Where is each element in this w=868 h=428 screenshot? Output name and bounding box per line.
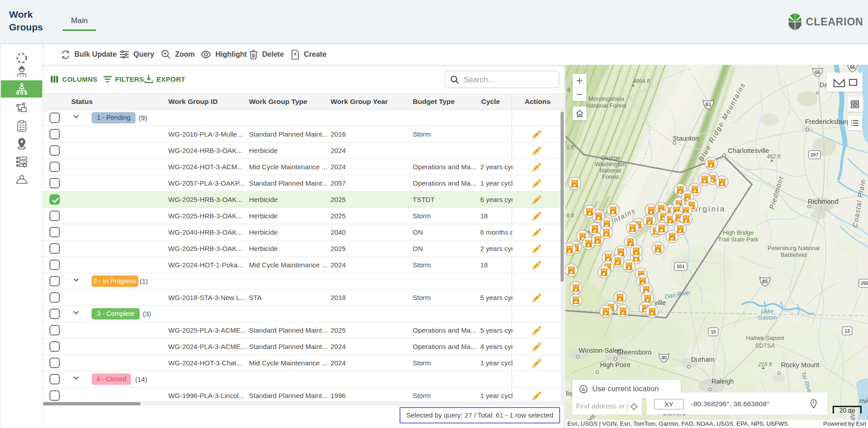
svg-text:National Forest: National Forest (586, 102, 627, 109)
svg-text:nville: nville (859, 397, 868, 404)
svg-text:A: A (582, 387, 585, 392)
svg-text:Fredericksburg: Fredericksburg (805, 118, 850, 125)
svg-text:Raleigh: Raleigh (712, 378, 734, 385)
svg-text:6 ft: 6 ft (566, 212, 574, 219)
svg-text:85: 85 (762, 279, 768, 284)
svg-text:High Bridge: High Bridge (723, 229, 754, 236)
svg-text:a: a (567, 85, 571, 93)
svg-text:Lake: Lake (761, 308, 774, 315)
svg-text:Monongahela: Monongahela (589, 95, 625, 102)
svg-text:462 ft: 462 ft (767, 153, 781, 160)
svg-text:Trail State Park: Trail State Park (718, 236, 759, 243)
svg-text:66: 66 (815, 69, 820, 75)
svg-text:ville: ville (654, 299, 666, 306)
svg-text:Richmond: Richmond (808, 197, 839, 205)
svg-text:207: 207 (810, 152, 819, 157)
svg-text:4864 ft: 4864 ft (633, 78, 650, 84)
svg-text:258: 258 (861, 280, 868, 286)
svg-text:40: 40 (661, 355, 667, 360)
svg-text:Durham: Durham (691, 356, 715, 363)
svg-text:81: 81 (706, 102, 712, 107)
svg-text:Forest: Forest (602, 173, 619, 180)
svg-text:SDTSA: SDTSA (755, 342, 775, 349)
svg-text:National: National (600, 167, 621, 174)
svg-text:George: George (600, 154, 620, 161)
svg-text:Rocky Mount: Rocky Mount (781, 361, 819, 369)
svg-text:5 ft: 5 ft (566, 144, 574, 151)
svg-text:66: 66 (850, 65, 855, 70)
svg-text:Charlottesville: Charlottesville (728, 147, 769, 154)
svg-text:Washington: Washington (595, 161, 626, 167)
svg-text:Battlefield: Battlefield (780, 251, 806, 258)
svg-text:15: 15 (711, 329, 716, 335)
svg-text:Petersburg National: Petersburg National (768, 245, 820, 251)
svg-text:Greensboro: Greensboro (617, 349, 652, 356)
svg-text:501: 501 (677, 264, 685, 269)
svg-text:Staunton: Staunton (673, 135, 699, 142)
svg-text:13: 13 (844, 328, 850, 334)
svg-text:216 ft: 216 ft (758, 361, 772, 368)
svg-text:Gaston: Gaston (758, 314, 777, 321)
svg-text:Haliwa-Saponi: Haliwa-Saponi (746, 335, 784, 341)
svg-text:High Point: High Point (600, 361, 630, 369)
